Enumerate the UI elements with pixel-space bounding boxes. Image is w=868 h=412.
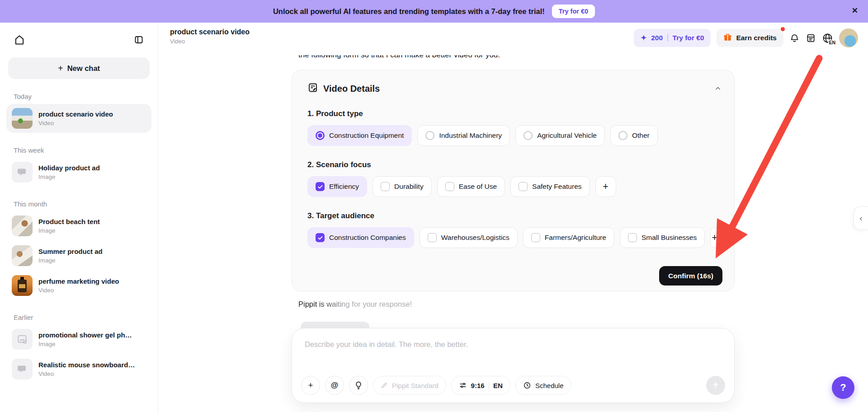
close-icon[interactable]: ✕ xyxy=(852,6,858,15)
product-type-options: Construction Equipment Industrial Machin… xyxy=(307,125,719,146)
option-label: Other xyxy=(632,131,650,140)
sidebar-item-holiday-product-ad[interactable]: Holiday product ad Image xyxy=(6,158,151,187)
earn-credits-button[interactable]: Earn credits xyxy=(717,29,783,47)
plus-icon: + xyxy=(58,63,63,74)
send-button[interactable] xyxy=(706,376,725,395)
home-icon[interactable] xyxy=(14,34,25,46)
option-agricultural-vehicle[interactable]: Agricultural Vehicle xyxy=(515,125,605,146)
option-small-businesses[interactable]: Small Businesses xyxy=(620,227,705,248)
option-label: Construction Companies xyxy=(329,234,406,242)
new-chat-label: New chat xyxy=(67,64,100,73)
option-label: Ease of Use xyxy=(459,183,497,191)
section-this-week: This week xyxy=(14,146,144,154)
question-icon: ? xyxy=(840,382,846,393)
divider xyxy=(667,34,668,42)
card-title: Video Details xyxy=(323,84,380,94)
model-selector[interactable]: Pippit Standard xyxy=(373,376,446,395)
mention-button[interactable]: @ xyxy=(325,376,344,395)
scenario-focus-options: Efficiency Durability Ease of Use Safety… xyxy=(307,176,719,197)
chat-bubble-icon xyxy=(12,359,33,379)
language-globe-icon[interactable]: EN xyxy=(822,33,833,44)
option-label: Agricultural Vehicle xyxy=(537,131,597,140)
question-label: 3. Target audience xyxy=(307,211,719,220)
sidebar-item-product-beach-tent[interactable]: Product beach tent Image xyxy=(6,211,151,240)
aspect-ratio-value: 9:16 xyxy=(471,382,485,389)
option-safety-features[interactable]: Safety Features xyxy=(510,176,590,197)
chat-thumbnail xyxy=(12,108,33,129)
sparkle-icon: ✦ xyxy=(641,34,646,42)
ratio-language-selector[interactable]: 9:16 EN xyxy=(451,376,510,395)
option-farmers-agriculture[interactable]: Farmers/Agriculture xyxy=(523,227,614,248)
radio-icon xyxy=(618,131,627,140)
sidebar-item-perfume-marketing-video[interactable]: perfume marketing video Video xyxy=(6,271,151,300)
waiting-status-text: Pippit is waiting for your response! xyxy=(298,300,412,309)
video-details-card: Video Details 1. Product type Constructi… xyxy=(292,70,735,291)
question-label: 1. Product type xyxy=(307,109,719,118)
ideas-button[interactable] xyxy=(349,376,368,395)
new-chat-button[interactable]: + New chat xyxy=(8,57,150,79)
chat-type: Video xyxy=(38,370,136,377)
checkbox-icon xyxy=(381,182,390,191)
option-label: Warehouses/Logistics xyxy=(441,234,509,242)
avatar[interactable] xyxy=(839,28,858,47)
option-construction-equipment[interactable]: Construction Equipment xyxy=(307,125,412,146)
chat-title: Realistic mouse snowboarding ... xyxy=(38,361,136,369)
earn-credits-label: Earn credits xyxy=(736,34,777,42)
option-efficiency[interactable]: Efficiency xyxy=(307,176,367,197)
chat-type: Image xyxy=(38,341,136,347)
chat-thumbnail xyxy=(12,245,33,266)
section-this-month: This month xyxy=(14,200,144,208)
chat-bubble-icon xyxy=(12,162,33,183)
option-label: Industrial Machinery xyxy=(439,131,502,140)
form-icon xyxy=(307,82,318,95)
chat-title: Holiday product ad xyxy=(38,164,100,172)
option-industrial-machinery[interactable]: Industrial Machinery xyxy=(417,125,510,146)
option-durability[interactable]: Durability xyxy=(373,176,432,197)
option-construction-companies[interactable]: Construction Companies xyxy=(307,227,414,248)
chat-title: promotional shower gel photos xyxy=(38,331,136,339)
chat-title: perfume marketing video xyxy=(38,277,119,285)
section-earlier: Earlier xyxy=(14,314,144,321)
radio-icon xyxy=(425,131,434,140)
sidebar-item-realistic-mouse-snowboarding[interactable]: Realistic mouse snowboarding ... Video xyxy=(6,355,151,384)
add-option-button[interactable]: + xyxy=(595,176,616,197)
help-button[interactable]: ? xyxy=(832,376,854,399)
topbar: product scenario video Video ✦ 200 Try f… xyxy=(158,23,868,55)
confirm-button[interactable]: Confirm (16s) xyxy=(659,266,722,286)
chat-title: Summer product ad xyxy=(38,248,103,255)
option-label: Efficiency xyxy=(329,183,359,191)
trial-cta-button[interactable]: Try for €0 xyxy=(552,5,595,18)
composer[interactable]: Describe your idea in detail. The more, … xyxy=(292,328,735,403)
bell-icon[interactable] xyxy=(789,33,800,43)
chat-type: Video xyxy=(38,120,113,126)
schedule-label: Schedule xyxy=(535,382,564,389)
option-label: Safety Features xyxy=(532,183,581,191)
collapse-sidebar-icon[interactable] xyxy=(133,34,144,45)
add-option-button[interactable]: + xyxy=(710,227,719,248)
notification-dot xyxy=(781,27,785,31)
panel-toggle[interactable]: ‹ xyxy=(854,206,868,230)
divider xyxy=(489,382,490,389)
option-other[interactable]: Other xyxy=(610,125,658,146)
credits-pill[interactable]: ✦ 200 Try for €0 xyxy=(634,29,711,47)
schedule-button[interactable]: Schedule xyxy=(515,376,571,395)
composer-input[interactable]: Describe your idea in detail. The more, … xyxy=(305,340,468,349)
checkbox-checked-icon xyxy=(316,233,325,242)
option-warehouses-logistics[interactable]: Warehouses/Logistics xyxy=(420,227,518,248)
checkbox-checked-icon xyxy=(316,182,325,191)
chevron-left-icon: ‹ xyxy=(859,213,862,223)
option-ease-of-use[interactable]: Ease of Use xyxy=(437,176,505,197)
model-label: Pippit Standard xyxy=(392,382,439,389)
printer-icon[interactable] xyxy=(806,33,816,43)
attach-button[interactable]: + xyxy=(301,376,320,395)
option-label: Construction Equipment xyxy=(329,131,404,140)
chat-title: Product beach tent xyxy=(38,218,100,225)
sidebar-item-promotional-shower-gel-photos[interactable]: promotional shower gel photos Image xyxy=(6,325,151,354)
option-label: Small Businesses xyxy=(642,234,697,242)
sidebar-item-product-scenario-video[interactable]: product scenario video Video xyxy=(6,104,151,133)
chevron-up-icon[interactable] xyxy=(713,84,722,95)
chat-thumbnail xyxy=(12,215,33,236)
checkbox-icon xyxy=(445,182,454,191)
sidebar-item-summer-product-ad[interactable]: Summer product ad Image xyxy=(6,241,151,270)
broken-image-icon xyxy=(12,329,33,350)
